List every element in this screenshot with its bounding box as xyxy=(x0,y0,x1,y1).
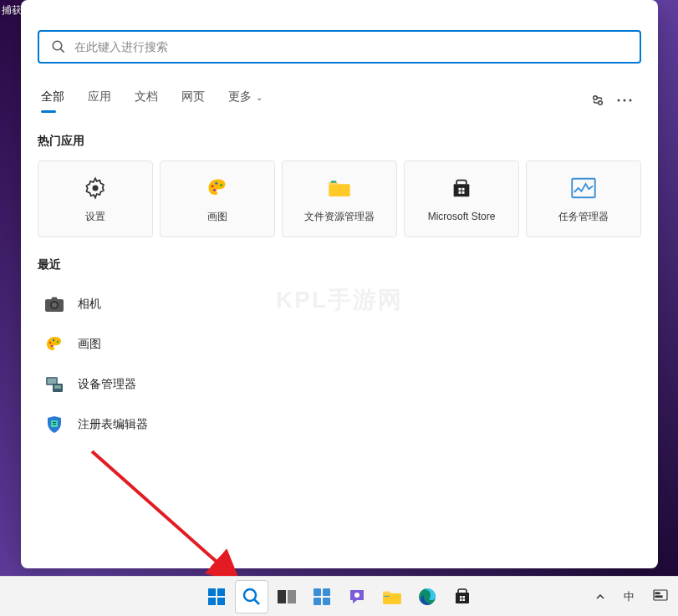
system-tray: 中 xyxy=(592,586,671,608)
svg-rect-18 xyxy=(462,191,465,194)
svg-point-4 xyxy=(618,99,620,102)
tab-apps[interactable]: 应用 xyxy=(88,89,111,111)
svg-rect-41 xyxy=(278,590,286,603)
search-input[interactable] xyxy=(74,40,628,53)
chat-icon xyxy=(347,587,367,607)
tab-all[interactable]: 全部 xyxy=(41,89,64,111)
svg-line-1 xyxy=(60,48,64,53)
ime-indicator[interactable]: 中 xyxy=(620,586,638,608)
svg-rect-28 xyxy=(48,379,56,384)
svg-rect-14 xyxy=(454,184,470,196)
chat-button[interactable] xyxy=(340,580,374,613)
svg-rect-36 xyxy=(217,588,225,596)
taskbar: 中 xyxy=(0,576,678,616)
svg-rect-56 xyxy=(654,590,667,600)
svg-rect-32 xyxy=(53,422,56,423)
start-button[interactable] xyxy=(200,580,233,613)
store-icon xyxy=(448,176,475,202)
search-icon xyxy=(51,39,66,54)
account-sync-icon[interactable] xyxy=(584,87,611,114)
app-card-label: Microsoft Store xyxy=(428,211,496,222)
svg-rect-16 xyxy=(462,188,465,191)
recent-item-paint[interactable]: 画图 xyxy=(38,324,641,364)
svg-rect-46 xyxy=(323,598,330,605)
taskbar-center xyxy=(200,580,479,613)
svg-point-6 xyxy=(630,99,632,102)
svg-point-0 xyxy=(53,41,62,50)
recent-item-camera[interactable]: 相机 xyxy=(38,284,641,324)
regedit-icon xyxy=(44,415,64,435)
edge-button[interactable] xyxy=(410,580,444,613)
paint-icon xyxy=(44,334,64,354)
svg-rect-33 xyxy=(53,424,56,425)
search-box[interactable] xyxy=(38,30,641,64)
store-button[interactable] xyxy=(446,580,479,613)
taskview-icon xyxy=(277,588,297,605)
recent-item-label: 相机 xyxy=(78,297,101,312)
svg-rect-53 xyxy=(462,596,465,598)
svg-point-8 xyxy=(212,185,214,187)
svg-rect-37 xyxy=(208,598,216,605)
folder-icon xyxy=(381,588,403,606)
recent-item-label: 设备管理器 xyxy=(78,377,136,392)
recent-list: 相机 画图 设备管理器 注册表编辑器 xyxy=(38,284,641,445)
svg-rect-35 xyxy=(208,588,216,596)
svg-point-26 xyxy=(51,345,53,347)
store-icon xyxy=(452,587,472,607)
search-icon xyxy=(242,587,262,607)
app-card-label: 设置 xyxy=(85,210,105,224)
app-card-settings[interactable]: 设置 xyxy=(38,160,153,237)
widgets-icon xyxy=(312,587,332,607)
widgets-button[interactable] xyxy=(305,580,339,613)
svg-point-11 xyxy=(213,188,216,191)
recent-title: 最近 xyxy=(38,257,641,272)
app-card-label: 画图 xyxy=(207,210,227,224)
tab-web[interactable]: 网页 xyxy=(181,89,205,111)
svg-rect-43 xyxy=(314,588,321,596)
svg-point-9 xyxy=(215,181,217,184)
paint-icon xyxy=(204,175,231,201)
recent-item-label: 注册表编辑器 xyxy=(78,417,148,432)
svg-rect-48 xyxy=(383,593,401,603)
svg-rect-51 xyxy=(456,593,469,603)
app-card-label: 文件资源管理器 xyxy=(304,210,375,224)
app-card-store[interactable]: Microsoft Store xyxy=(404,160,519,237)
app-card-explorer[interactable]: 文件资源管理器 xyxy=(282,160,397,237)
desktop-partial-label: 捕获 xyxy=(2,3,22,18)
svg-rect-58 xyxy=(655,596,662,598)
svg-rect-30 xyxy=(54,385,61,389)
top-apps-title: 热门应用 xyxy=(38,134,641,149)
svg-rect-55 xyxy=(462,598,465,601)
app-card-taskmanager[interactable]: 任务管理器 xyxy=(526,160,641,237)
devicemanager-icon xyxy=(44,374,64,395)
svg-rect-15 xyxy=(459,188,461,191)
svg-point-47 xyxy=(354,593,359,598)
svg-rect-52 xyxy=(460,596,462,598)
tray-overflow-icon[interactable] xyxy=(592,587,609,606)
svg-point-24 xyxy=(53,339,54,341)
more-options-icon[interactable] xyxy=(611,87,638,114)
svg-point-10 xyxy=(220,183,222,186)
svg-point-39 xyxy=(244,589,256,601)
search-panel: KPL手游网 全部 应用 文档 网页 更多 ⌄ 热门应用 设置 画图 xyxy=(21,0,658,568)
tabs-row: 全部 应用 文档 网页 更多 ⌄ xyxy=(38,87,641,114)
camera-icon xyxy=(44,294,64,314)
tab-documents[interactable]: 文档 xyxy=(135,89,158,111)
edge-icon xyxy=(417,587,437,607)
recent-item-regedit[interactable]: 注册表编辑器 xyxy=(38,405,641,445)
svg-point-25 xyxy=(57,341,59,343)
explorer-button[interactable] xyxy=(375,580,409,613)
taskview-button[interactable] xyxy=(270,580,303,613)
folder-icon xyxy=(326,175,353,201)
svg-line-40 xyxy=(254,599,259,604)
settings-icon xyxy=(82,175,109,201)
app-card-label: 任务管理器 xyxy=(558,210,609,224)
search-button[interactable] xyxy=(235,580,268,613)
chevron-down-icon: ⌄ xyxy=(253,93,263,102)
app-card-paint[interactable]: 画图 xyxy=(160,160,275,237)
taskmanager-icon xyxy=(570,175,597,201)
recent-item-devicemgr[interactable]: 设备管理器 xyxy=(38,364,641,405)
control-center-icon[interactable] xyxy=(650,586,671,607)
tab-more[interactable]: 更多 ⌄ xyxy=(228,89,263,111)
svg-point-2 xyxy=(594,96,598,100)
